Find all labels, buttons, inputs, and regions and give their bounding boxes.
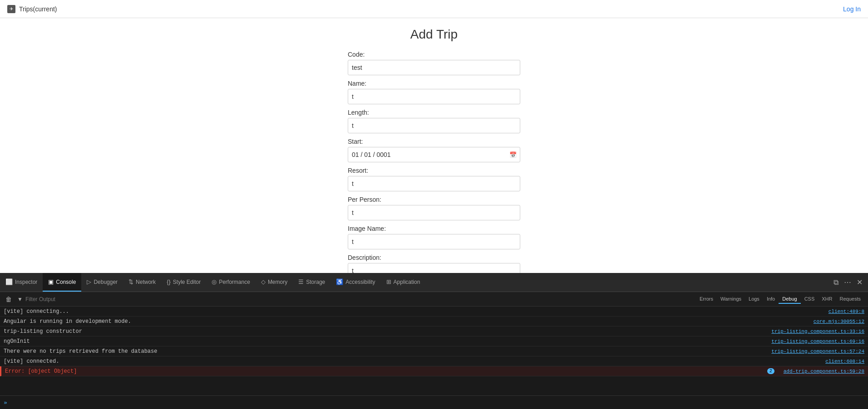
devtools-tab-label-memory: Memory: [268, 279, 287, 285]
console-source-m7[interactable]: add-trip.component.ts:59:28: [784, 369, 864, 374]
console-message-m1: [vite] connecting...: [4, 308, 821, 315]
console-message-m6: [vite] connected.: [4, 358, 818, 365]
devtools-tab-label-accessibility: Accessibility: [345, 279, 375, 285]
input-code[interactable]: [348, 60, 520, 75]
input-perPerson[interactable]: [348, 205, 520, 220]
input-resort[interactable]: [348, 176, 520, 191]
devtools-tab-icon-network: ⇅: [128, 278, 133, 285]
console-row-m6: [vite] connected.client:608:14: [0, 356, 868, 366]
devtools-tab-storage[interactable]: ☰Storage: [293, 273, 330, 292]
console-filter-buttons: ErrorsWarningsLogsInfoDebugCSSXHRRequest…: [696, 295, 864, 304]
devtools-tab-icon-debugger: ▷: [87, 278, 91, 285]
form-group-resort: Resort:: [348, 167, 520, 191]
console-row-m7: Error: [object Object]2add-trip.componen…: [0, 366, 868, 376]
devtools-tab-console[interactable]: ▣Console: [43, 273, 81, 292]
console-source-m5[interactable]: trip-listing.component.ts:57:24: [771, 349, 864, 354]
devtools-tab-icon-style-editor: {}: [167, 278, 171, 285]
app-title: Trips(current): [19, 5, 57, 13]
console-row-m3: trip-listing constructortrip-listing.com…: [0, 326, 868, 336]
devtools-tab-icon-accessibility: ♿: [336, 278, 343, 285]
devtools-panel: ⬜Inspector▣Console▷Debugger⇅Network{}Sty…: [0, 273, 868, 409]
app-bar-left: ✈ Trips(current): [7, 5, 57, 13]
app-bar: ✈ Trips(current) Log In: [0, 0, 868, 18]
label-resort: Resort:: [348, 167, 520, 174]
form-group-name: Name:: [348, 80, 520, 104]
form-group-imageName: Image Name:: [348, 225, 520, 249]
page-heading: Add Trip: [410, 27, 458, 42]
console-row-m1: [vite] connecting...client:489:8: [0, 307, 868, 316]
label-length: Length:: [348, 109, 520, 116]
devtools-tab-inspector[interactable]: ⬜Inspector: [0, 273, 43, 292]
console-row-m4: ngOnInittrip-listing.component.ts:69:16: [0, 336, 868, 346]
devtools-tab-style-editor[interactable]: {}Style Editor: [161, 273, 206, 292]
input-description[interactable]: [348, 263, 520, 273]
more-options-button[interactable]: ⋯: [842, 276, 853, 288]
devtools-right-controls: ⧉ ⋯ ✕: [828, 273, 868, 292]
console-row-m5: There were no trips retrieved from the d…: [0, 346, 868, 356]
dock-button[interactable]: ⧉: [832, 277, 840, 288]
devtools-tab-label-debugger: Debugger: [94, 279, 118, 285]
input-name[interactable]: [348, 89, 520, 104]
form-group-description: Description:: [348, 254, 520, 273]
console-message-m5: There were no trips retrieved from the d…: [4, 348, 764, 355]
input-length[interactable]: [348, 118, 520, 133]
console-source-m6[interactable]: client:608:14: [825, 359, 864, 364]
clear-console-button[interactable]: 🗑: [4, 295, 14, 304]
devtools-tab-memory[interactable]: ◇Memory: [256, 273, 293, 292]
date-wrapper-start: 📅: [348, 147, 520, 162]
input-start[interactable]: [348, 147, 520, 162]
devtools-tab-debugger[interactable]: ▷Debugger: [81, 273, 123, 292]
login-link[interactable]: Log In: [843, 5, 861, 13]
devtools-tab-icon-memory: ◇: [261, 278, 266, 285]
label-start: Start:: [348, 138, 520, 145]
filter-btn-css[interactable]: CSS: [801, 295, 819, 304]
filter-btn-info[interactable]: Info: [763, 295, 779, 304]
filter-btn-errors[interactable]: Errors: [696, 295, 717, 304]
form-group-perPerson: Per Person:: [348, 196, 520, 220]
devtools-tab-network[interactable]: ⇅Network: [123, 273, 161, 292]
filter-btn-requests[interactable]: Requests: [836, 295, 864, 304]
console-input[interactable]: [9, 399, 864, 406]
form-group-length: Length:: [348, 109, 520, 133]
filter-input[interactable]: [25, 296, 692, 302]
close-devtools-button[interactable]: ✕: [855, 276, 864, 288]
devtools-toolbar: ⬜Inspector▣Console▷Debugger⇅Network{}Sty…: [0, 273, 868, 292]
console-source-m3[interactable]: trip-listing.component.ts:33:16: [771, 329, 864, 334]
label-imageName: Image Name:: [348, 225, 520, 232]
devtools-tab-performance[interactable]: ◎Performance: [206, 273, 256, 292]
devtools-tab-application[interactable]: ⊞Application: [381, 273, 426, 292]
label-description: Description:: [348, 254, 520, 261]
devtools-tab-icon-performance: ◎: [212, 278, 217, 285]
devtools-tab-label-console: Console: [56, 279, 76, 285]
filter-btn-warnings[interactable]: Warnings: [717, 295, 745, 304]
label-perPerson: Per Person:: [348, 196, 520, 203]
devtools-tab-label-network: Network: [136, 279, 156, 285]
console-badge-m7: 2: [767, 368, 774, 374]
console-message-m7: Error: [object Object]: [5, 368, 767, 375]
devtools-tab-accessibility[interactable]: ♿Accessibility: [330, 273, 380, 292]
filter-btn-xhr[interactable]: XHR: [818, 295, 836, 304]
devtools-tab-icon-inspector: ⬜: [5, 278, 13, 285]
console-prompt: »: [4, 399, 7, 406]
devtools-tab-icon-console: ▣: [48, 278, 54, 285]
console-message-m2: Angular is running in development mode.: [4, 318, 806, 325]
filter-btn-logs[interactable]: Logs: [745, 295, 763, 304]
devtools-tab-label-application: Application: [394, 279, 420, 285]
main-content: Add Trip Code:Name:Length:Start:📅Resort:…: [0, 18, 868, 273]
form-group-start: Start:📅: [348, 138, 520, 162]
input-imageName[interactable]: [348, 234, 520, 249]
devtools-tab-icon-application: ⊞: [386, 278, 391, 285]
console-message-m3: trip-listing constructor: [4, 328, 764, 335]
console-message-m4: ngOnInit: [4, 338, 764, 345]
app-icon: ✈: [7, 5, 15, 13]
form-container: Code:Name:Length:Start:📅Resort:Per Perso…: [348, 51, 520, 273]
console-row-m2: Angular is running in development mode.c…: [0, 316, 868, 326]
label-code: Code:: [348, 51, 520, 58]
console-source-m4[interactable]: trip-listing.component.ts:69:16: [771, 339, 864, 344]
console-subtoolbar: 🗑 ▼ ErrorsWarningsLogsInfoDebugCSSXHRReq…: [0, 292, 868, 307]
console-source-m2[interactable]: core.mjs:30055:12: [814, 319, 864, 324]
filter-btn-debug[interactable]: Debug: [779, 295, 800, 304]
console-source-m1[interactable]: client:489:8: [829, 309, 864, 314]
filter-icon: ▼: [17, 296, 23, 302]
devtools-tab-label-performance: Performance: [219, 279, 250, 285]
